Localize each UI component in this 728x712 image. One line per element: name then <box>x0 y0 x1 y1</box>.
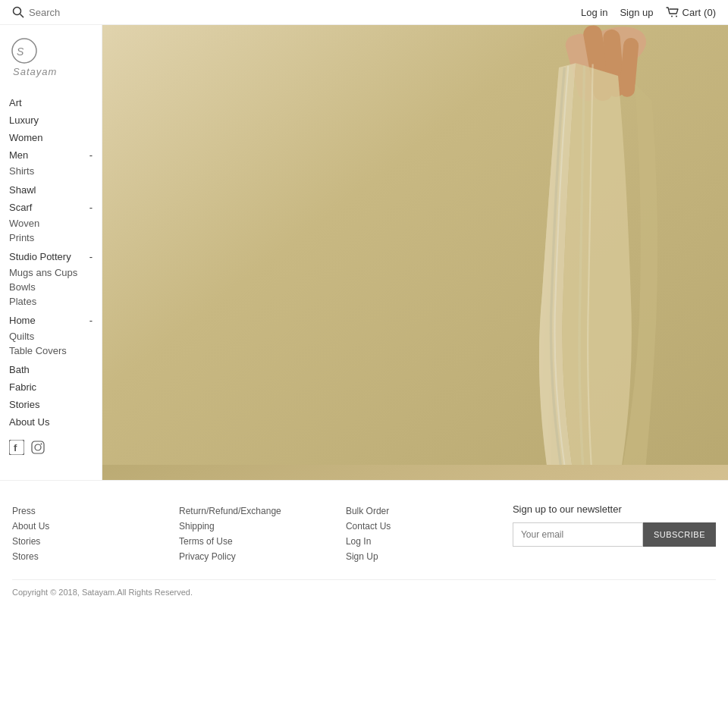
newsletter-form: SUBSCRIBE <box>513 522 716 547</box>
newsletter-title: Sign up to our newsletter <box>513 503 716 515</box>
search-input[interactable] <box>29 7 120 18</box>
sidebar-item-shawl[interactable]: Shawl <box>9 181 93 199</box>
hero-svg <box>102 25 728 465</box>
instagram-link[interactable] <box>30 440 46 457</box>
sidebar-item-quilts[interactable]: Quilts <box>9 329 93 343</box>
sidebar: S Satayam Art Luxury Women Men - Shirts … <box>0 25 102 480</box>
footer-return-link[interactable]: Return/Refund/Exchange <box>179 503 331 519</box>
sidebar-item-stories[interactable]: Stories <box>9 396 93 413</box>
footer-newsletter: Sign up to our newsletter SUBSCRIBE <box>513 503 716 564</box>
svg-point-2 <box>671 16 673 17</box>
hero-area <box>102 25 728 480</box>
footer-contact-link[interactable]: Contact Us <box>346 519 497 534</box>
cart-label: Cart <box>682 7 701 18</box>
search-icon <box>12 6 24 18</box>
sidebar-nav: Art Luxury Women Men - Shirts Shawl Scar… <box>9 94 93 431</box>
facebook-icon: f <box>9 440 24 455</box>
footer-stores-link[interactable]: Stores <box>12 549 164 564</box>
sidebar-item-woven[interactable]: Woven <box>9 216 93 231</box>
log-in-link[interactable]: Log in <box>581 7 607 18</box>
hero-image <box>102 25 728 480</box>
sidebar-item-bowls[interactable]: Bowls <box>9 280 93 294</box>
home-submenu: Quilts Table Covers <box>9 329 93 358</box>
sidebar-item-about-us[interactable]: About Us <box>9 413 93 431</box>
footer-bulk-link[interactable]: Bulk Order <box>346 503 497 519</box>
svg-text:f: f <box>14 442 17 453</box>
sidebar-item-studio-pottery[interactable]: Studio Pottery - <box>9 248 93 265</box>
footer-signup-link[interactable]: Sign Up <box>346 549 497 564</box>
svg-point-0 <box>14 8 21 15</box>
svg-text:Satayam: Satayam <box>13 66 57 77</box>
sidebar-item-men[interactable]: Men - <box>9 146 93 164</box>
footer-press-link[interactable]: Press <box>12 503 164 519</box>
sidebar-item-art[interactable]: Art <box>9 94 93 111</box>
scarf-submenu: Woven Prints <box>9 216 93 245</box>
copyright: Copyright © 2018, Satayam.All Rights Res… <box>12 579 716 597</box>
men-submenu: Shirts <box>9 164 93 178</box>
sidebar-item-bath[interactable]: Bath <box>9 361 93 378</box>
footer-col-2: Return/Refund/Exchange Shipping Terms of… <box>179 503 331 564</box>
sidebar-item-prints[interactable]: Prints <box>9 231 93 245</box>
svg-point-4 <box>12 39 36 63</box>
footer-about-link[interactable]: About Us <box>12 519 164 534</box>
main-layout: S Satayam Art Luxury Women Men - Shirts … <box>0 25 728 480</box>
footer-terms-link[interactable]: Terms of Use <box>179 534 331 549</box>
sidebar-item-scarf[interactable]: Scarf - <box>9 199 93 216</box>
sidebar-item-home[interactable]: Home - <box>9 312 93 329</box>
footer-col-3: Bulk Order Contact Us Log In Sign Up <box>346 503 497 564</box>
logo-area: S Satayam <box>9 37 93 79</box>
logo[interactable]: S Satayam <box>9 37 93 79</box>
svg-line-1 <box>20 14 24 18</box>
cart-count: (0) <box>704 7 716 18</box>
sign-up-link[interactable]: Sign up <box>620 7 653 18</box>
svg-point-11 <box>41 444 42 445</box>
sidebar-item-table-covers[interactable]: Table Covers <box>9 343 93 358</box>
sidebar-item-fabric[interactable]: Fabric <box>9 378 93 396</box>
sidebar-item-women[interactable]: Women <box>9 129 93 146</box>
facebook-link[interactable]: f <box>9 440 24 457</box>
footer-stories-link[interactable]: Stories <box>12 534 164 549</box>
logo-svg: S Satayam <box>9 37 62 79</box>
email-input[interactable] <box>513 522 643 547</box>
sidebar-item-shirts[interactable]: Shirts <box>9 164 93 178</box>
svg-rect-9 <box>32 441 44 453</box>
top-right-nav: Log in Sign up Cart (0) <box>581 7 716 18</box>
cart-icon <box>666 7 679 17</box>
sidebar-item-luxury[interactable]: Luxury <box>9 111 93 129</box>
footer: Press About Us Stories Stores Return/Ref… <box>0 480 728 609</box>
svg-text:S: S <box>17 45 24 58</box>
subscribe-button[interactable]: SUBSCRIBE <box>643 522 716 547</box>
svg-point-3 <box>676 16 677 17</box>
footer-login-link[interactable]: Log In <box>346 534 497 549</box>
pottery-submenu: Mugs ans Cups Bowls Plates <box>9 265 93 309</box>
search-area <box>12 6 120 18</box>
instagram-icon <box>30 440 46 455</box>
sidebar-item-plates[interactable]: Plates <box>9 294 93 309</box>
top-bar: Log in Sign up Cart (0) <box>0 0 728 25</box>
social-icons: f <box>9 440 93 457</box>
footer-shipping-link[interactable]: Shipping <box>179 519 331 534</box>
sidebar-item-mugs-cups[interactable]: Mugs ans Cups <box>9 265 93 280</box>
svg-point-10 <box>35 444 41 450</box>
footer-privacy-link[interactable]: Privacy Policy <box>179 549 331 564</box>
footer-col-1: Press About Us Stories Stores <box>12 503 164 564</box>
footer-grid: Press About Us Stories Stores Return/Ref… <box>12 503 716 564</box>
cart-area[interactable]: Cart (0) <box>666 7 716 18</box>
